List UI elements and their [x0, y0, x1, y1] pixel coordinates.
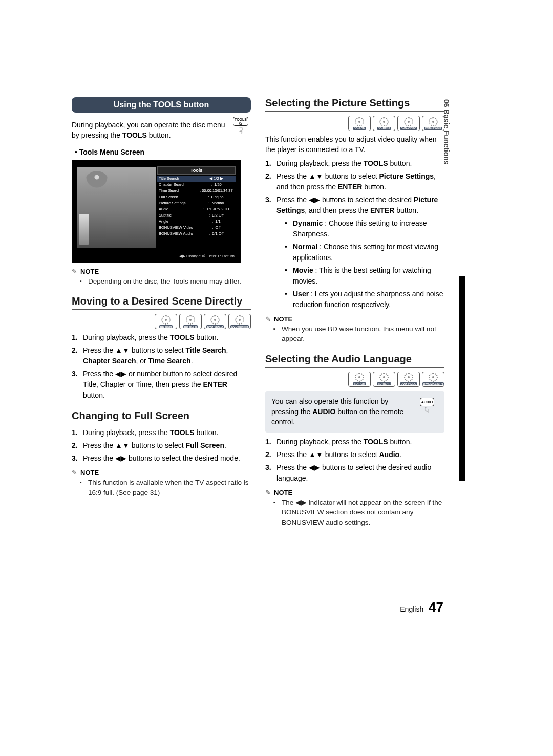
key-label: AUDIO: [420, 398, 435, 406]
disc-badge: BD-ROM: [348, 372, 371, 387]
right-column: Selecting the Picture Settings BD-ROM BD…: [265, 97, 444, 528]
disc-badge: BD-RE/-R: [373, 116, 395, 131]
page-number: 47: [429, 599, 443, 615]
steps-move: During playback, press the TOOLS button.…: [72, 332, 251, 401]
steps-audio: During playback, press the TOOLS button.…: [265, 437, 444, 484]
audio-button-icon: AUDIO ☟: [416, 396, 438, 427]
tools-intro: During playback, you can operate the dis…: [72, 117, 251, 144]
text: button.: [147, 131, 171, 139]
picture-intro: This function enables you to adjust vide…: [265, 134, 444, 155]
key-label: TOOLS⧉: [233, 117, 248, 126]
heading-full-screen: Changing to Full Screen: [72, 410, 251, 424]
heading-tools-button: Using the TOOLS button: [72, 97, 251, 113]
disc-badge: BD-RE/-R: [373, 372, 395, 387]
picture-options: Dynamic : Choose this setting to increas…: [276, 218, 444, 310]
page-content: Using the TOOLS button During playback, …: [72, 97, 445, 528]
disc-badge: BD-ROM: [155, 314, 177, 329]
step: Press the ◀▶ buttons to select the desir…: [83, 453, 251, 464]
step: Press the ◀▶ buttons to select the desir…: [276, 195, 444, 310]
hand-icon: ☟: [230, 127, 251, 135]
hand-icon: ☟: [416, 406, 438, 415]
step: Press the ▲▼ buttons to select Full Scre…: [83, 440, 251, 451]
note-item: When you use BD wise function, this menu…: [282, 324, 444, 344]
note-item: The ◀▶ indicator will not appear on the …: [282, 498, 444, 528]
option: Normal : Choose this setting for most vi…: [293, 242, 444, 263]
scene-image: [77, 167, 156, 248]
left-column: Using the TOOLS button During playback, …: [72, 97, 251, 528]
note-heading: NOTE: [265, 489, 444, 496]
osd-row: Angle: 1/1: [157, 219, 236, 225]
heading-move-scene: Moving to a Desired Scene Directly: [72, 295, 251, 310]
audio-callout: You can also operate this function by pr…: [265, 391, 444, 433]
disc-badge: DVD-VIDEO: [204, 314, 226, 329]
option: Movie : This is the best setting for wat…: [293, 265, 444, 287]
disc-badge: BD-ROM: [348, 116, 371, 131]
step: During playback, press the TOOLS button.: [83, 332, 251, 343]
osd-help-bar: ◀▶ Change ⏎ Enter ↩ Return: [179, 254, 235, 258]
osd-title: Tools: [157, 166, 236, 175]
heading-picture-settings: Selecting the Picture Settings: [265, 97, 444, 112]
step: Press the ◀▶ or number button to select …: [83, 369, 251, 401]
bullet-tools-screen: • Tools Menu Screen: [75, 147, 251, 157]
disc-badge: DVD-VIDEO: [397, 372, 420, 387]
note-item: This function is available when the TV a…: [88, 478, 251, 498]
osd-row: Title Search◀ 1/2 ▶: [157, 176, 236, 182]
page-footer: English 47: [400, 599, 443, 615]
step: Press the ▲▼ buttons to select Title Sea…: [83, 345, 251, 366]
steps-picture: During playback, press the TOOLS button.…: [265, 158, 444, 310]
text-bold: TOOLS: [122, 131, 147, 139]
step: During playback, press the TOOLS button.: [83, 427, 251, 438]
note-heading: NOTE: [72, 469, 251, 477]
osd-row: Picture Settings: Normal: [157, 200, 236, 206]
option: User : Lets you adjust the sharpness and…: [293, 289, 444, 310]
thumb-index-bar: [459, 276, 465, 481]
osd-row: Subtitle: 0/2 Off: [157, 212, 236, 219]
note-item: Depending on the disc, the Tools menu ma…: [88, 276, 251, 287]
osd-row: Audio: 1/1 JPN 2CH: [157, 206, 236, 212]
disc-badge: DVD±RW/±R: [228, 314, 251, 329]
step: During playback, press the TOOLS button.: [276, 437, 444, 447]
osd-table: Title Search◀ 1/2 ▶ Chapter Search: 1/20…: [157, 176, 236, 237]
osd-row: BONUSVIEW Video: Off: [157, 225, 236, 231]
osd-row: BONUSVIEW Audio: 0/1 Off: [157, 231, 236, 237]
text-bold: AUDIO: [312, 407, 335, 416]
disc-badge: DivX/MKV/MP4: [422, 372, 444, 387]
osd-row: Full Screen: Original: [157, 194, 236, 200]
footer-language: English: [400, 605, 423, 613]
option: Dynamic : Choose this setting to increas…: [293, 218, 444, 240]
osd-panel: Tools Title Search◀ 1/2 ▶ Chapter Search…: [157, 166, 236, 256]
step: During playback, press the TOOLS button.: [276, 158, 444, 169]
disc-badge: DVD±RW/±R: [422, 116, 444, 131]
disc-badges: BD-ROM BD-RE/-R DVD-VIDEO DVD±RW/±R: [265, 116, 444, 131]
steps-full: During playback, press the TOOLS button.…: [72, 427, 251, 464]
disc-badges: BD-ROM BD-RE/-R DVD-VIDEO DVD±RW/±R: [72, 314, 251, 329]
heading-audio-language: Selecting the Audio Language: [265, 353, 444, 368]
osd-row: Time Search: 00:00:13/01:34:37: [157, 188, 236, 194]
disc-badges: BD-ROM BD-RE/-R DVD-VIDEO DivX/MKV/MP4: [265, 372, 444, 387]
note-heading: NOTE: [72, 268, 251, 275]
disc-badge: DVD-VIDEO: [397, 116, 420, 131]
step: Press the ▲▼ buttons to select Audio.: [276, 449, 444, 460]
tools-menu-screenshot: Tools Title Search◀ 1/2 ▶ Chapter Search…: [72, 160, 241, 263]
note-heading: NOTE: [265, 315, 444, 323]
tools-button-icon: TOOLS⧉ ☟: [230, 117, 251, 135]
disc-badge: BD-RE/-R: [179, 314, 202, 329]
step: Press the ▲▼ buttons to select Picture S…: [276, 171, 444, 192]
step: Press the ◀▶ buttons to select the desir…: [276, 462, 444, 484]
osd-row: Chapter Search: 1/20: [157, 182, 236, 188]
